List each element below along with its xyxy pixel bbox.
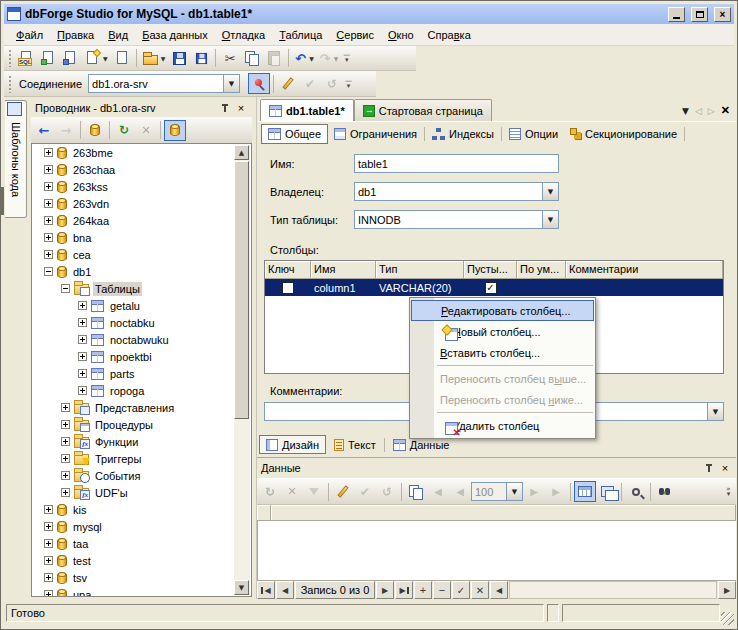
tree-expander-icon[interactable] (44, 522, 53, 531)
tab-general[interactable]: Общее (261, 124, 328, 144)
tree-item[interactable]: noctabwuku (32, 331, 251, 348)
tree-item[interactable]: События (32, 467, 251, 484)
tree-item[interactable]: Функции (32, 433, 251, 450)
tree-expander-icon[interactable] (78, 369, 87, 378)
column-header-nullable[interactable]: Пусты... (464, 261, 517, 279)
tab-design[interactable]: Дизайн (259, 435, 326, 454)
tab-constraints[interactable]: Ограничения (328, 124, 423, 144)
tree-expander-icon[interactable] (61, 437, 70, 446)
tree-expander-icon[interactable] (44, 233, 53, 242)
cell-default[interactable] (517, 279, 566, 296)
previous-record-button[interactable]: ◀ (276, 581, 294, 599)
toolbar-overflow-button[interactable]: —▾ (343, 73, 354, 94)
menu-item[interactable]: Окно (381, 26, 421, 44)
tree-item[interactable]: test (32, 552, 251, 569)
nullable-checkbox[interactable]: ✓ (485, 282, 497, 294)
auto-hide-pin-button[interactable] (218, 101, 232, 115)
tree-item[interactable]: upa (32, 586, 251, 597)
last-record-button[interactable]: ▶ (395, 581, 413, 599)
edit-data-button[interactable] (332, 481, 354, 502)
tree-expander-icon[interactable] (44, 267, 53, 276)
resize-grip[interactable] (721, 612, 734, 625)
scroll-up-button[interactable]: ▲ (234, 145, 249, 160)
toolbar-overflow-button[interactable]: —▾ (341, 48, 352, 69)
tree-expander-icon[interactable] (44, 199, 53, 208)
tree-item[interactable]: getalu (32, 297, 251, 314)
menu-item[interactable]: Отладка (215, 26, 273, 44)
new-object-button[interactable]: ▼ (81, 48, 111, 69)
column-header-key[interactable]: Ключ (265, 261, 311, 279)
tree-item[interactable]: Таблицы (32, 280, 251, 297)
new-query-button[interactable] (37, 48, 59, 69)
grid-view-toggle[interactable] (574, 481, 596, 502)
menu-item[interactable]: Файл (9, 26, 50, 44)
tree-expander-icon[interactable] (44, 182, 53, 191)
data-panel-close-button[interactable]: × (718, 461, 732, 475)
scrollbar-thumb[interactable] (234, 161, 249, 419)
owner-combobox[interactable]: db1 ▼ (354, 182, 559, 201)
tree-expander-icon[interactable] (61, 420, 70, 429)
save-button[interactable] (168, 48, 190, 69)
code-templates-tab[interactable]: Шаблоны кода (5, 100, 27, 218)
tree-item[interactable]: bna (32, 229, 251, 246)
toolbar-grip[interactable] (8, 49, 13, 67)
edit-connection-button[interactable] (277, 73, 299, 94)
tab-db1-table1[interactable]: db1.table1* (260, 99, 354, 121)
scroll-right-button[interactable]: ▶ (718, 581, 736, 599)
tree-item[interactable]: cea (32, 246, 251, 263)
tab-partitioning[interactable]: Секционирование (564, 124, 683, 144)
tree-item[interactable]: Процедуры (32, 416, 251, 433)
tree-expander-icon[interactable] (61, 488, 70, 497)
menu-item[interactable]: Вид (101, 26, 135, 44)
tree-item[interactable]: parts (32, 365, 251, 382)
grid-row-selected[interactable]: column1 VARCHAR(20) ✓ (265, 279, 723, 296)
cancel-edit-button[interactable]: ✕ (471, 581, 489, 599)
tab-indexes[interactable]: Индексы (426, 124, 500, 144)
new-script-button[interactable] (59, 48, 81, 69)
tree-item[interactable]: db1 (32, 263, 251, 280)
data-grid-body[interactable] (257, 521, 736, 580)
tree-scrollbar[interactable]: ▲ ▼ (234, 145, 250, 595)
tree-item[interactable]: mysql (32, 518, 251, 535)
tree-expander-icon[interactable] (44, 573, 53, 582)
new-column-menu-item[interactable]: Новый столбец... (410, 321, 595, 342)
first-record-button[interactable]: ◀ (257, 581, 275, 599)
cell-column-name[interactable]: column1 (311, 279, 376, 296)
tree-item[interactable]: ropoga (32, 382, 251, 399)
tree-expander-icon[interactable] (44, 556, 53, 565)
column-header-name[interactable]: Имя (311, 261, 376, 279)
new-sql-button[interactable]: SQL (15, 48, 37, 69)
search-button[interactable] (625, 481, 647, 502)
tree-item[interactable]: 263vdn (32, 195, 251, 212)
tree-expander-icon[interactable] (61, 471, 70, 480)
close-document-button[interactable]: ✕ (721, 104, 730, 117)
show-databases-toggle[interactable] (164, 120, 186, 141)
card-view-button[interactable] (596, 481, 618, 502)
tree-item[interactable]: 264kaa (32, 212, 251, 229)
open-button[interactable]: ▼ (140, 48, 169, 69)
tree-expander-icon[interactable] (44, 165, 53, 174)
delete-record-button[interactable]: − (433, 581, 451, 599)
copy-data-button[interactable] (405, 481, 427, 502)
close-button[interactable]: × (714, 7, 731, 22)
horizontal-scrollbar-track[interactable] (509, 581, 717, 599)
menu-item[interactable]: Таблица (272, 26, 329, 44)
tree-expander-icon[interactable] (44, 539, 53, 548)
tree-item[interactable]: taa (32, 535, 251, 552)
tab-start-page[interactable]: Стартовая страница (354, 99, 492, 121)
tree-expander-icon[interactable] (78, 301, 87, 310)
post-edit-button[interactable]: ✓ (452, 581, 470, 599)
tree-item[interactable]: 263chaa (32, 161, 251, 178)
menu-item[interactable]: База данных (135, 26, 215, 44)
toolbar-overflow-button[interactable]: »▾ (723, 481, 734, 502)
find-data-button[interactable] (654, 481, 676, 502)
scroll-down-button[interactable]: ▼ (234, 580, 249, 595)
tree-item[interactable]: kis (32, 501, 251, 518)
tree-item[interactable]: tsv (32, 569, 251, 586)
tree-item[interactable]: noctabku (32, 314, 251, 331)
column-header-type[interactable]: Тип (376, 261, 464, 279)
new-connection-button[interactable] (84, 120, 106, 141)
minimize-button[interactable] (668, 7, 685, 22)
maximize-button[interactable] (691, 7, 708, 22)
tab-text[interactable]: Текст (328, 435, 382, 454)
